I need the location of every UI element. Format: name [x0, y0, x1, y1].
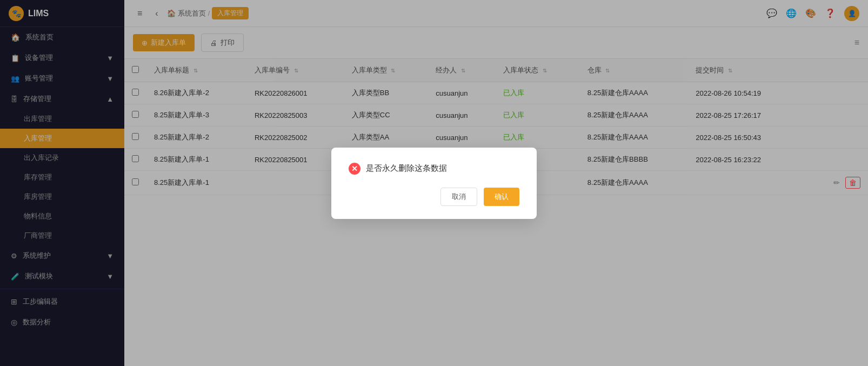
modal-cancel-button[interactable]: 取消 — [440, 188, 477, 206]
delete-confirm-overlay: ✕ 是否永久删除这条数据 取消 确认 — [0, 0, 868, 366]
modal-error-icon: ✕ — [349, 163, 360, 175]
modal-title-row: ✕ 是否永久删除这条数据 — [349, 163, 519, 175]
modal-confirm-button[interactable]: 确认 — [484, 188, 519, 206]
modal-title: 是否永久删除这条数据 — [366, 163, 447, 174]
modal-actions: 取消 确认 — [349, 188, 519, 206]
delete-confirm-modal: ✕ 是否永久删除这条数据 取消 确认 — [331, 148, 537, 219]
